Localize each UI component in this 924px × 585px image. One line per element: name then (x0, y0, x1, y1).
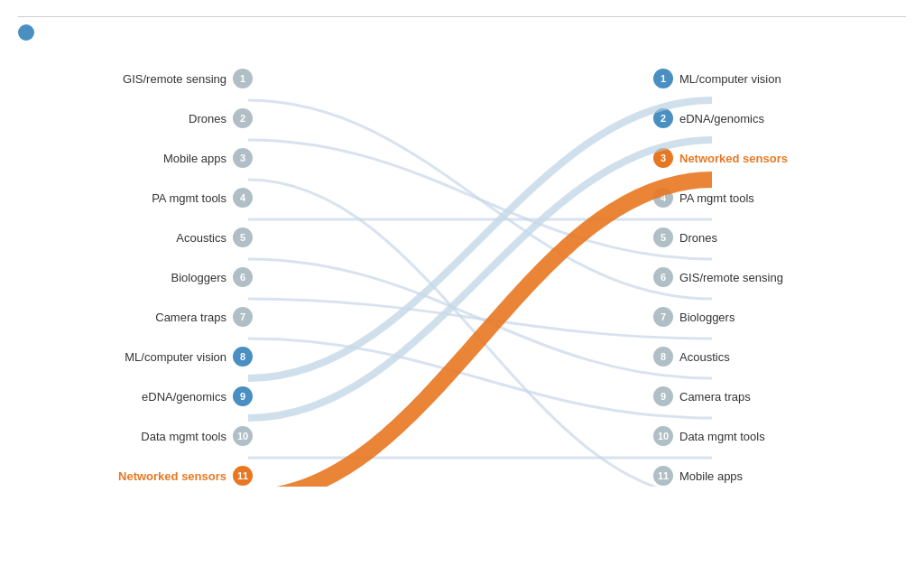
left-item-row: Mobile apps3 (18, 138, 253, 178)
right-item-row: 4PA mgmt tools (653, 178, 906, 218)
right-item-label: Drones (679, 231, 717, 245)
right-item-row: 8Acoustics (653, 337, 906, 376)
right-item-row: 6GIS/remote sensing (653, 257, 906, 297)
right-item-row: 7Biologgers (653, 297, 906, 337)
left-item-label: GIS/remote sensing (123, 72, 226, 86)
right-item-badge: 1 (653, 69, 673, 88)
chart-title (18, 11, 906, 17)
right-item-label: Data mgmt tools (679, 430, 765, 443)
left-item-label: Mobile apps (163, 152, 226, 165)
curves-svg (248, 50, 712, 487)
right-item-row: 10Data mgmt tools (653, 416, 906, 456)
right-item-label: PA mgmt tools (679, 191, 754, 205)
right-item-label: Biologgers (679, 311, 735, 324)
left-item-badge: 3 (233, 148, 253, 168)
legend-dot (18, 24, 34, 41)
left-item-badge: 10 (233, 426, 253, 446)
right-item-label: Mobile apps (679, 469, 743, 483)
left-item-label: Networked sensors (118, 469, 226, 483)
right-item-row: 11Mobile apps (653, 456, 906, 496)
legend (18, 24, 906, 41)
left-item-label: Data mgmt tools (141, 430, 226, 443)
right-item-badge: 11 (653, 466, 673, 486)
right-item-label: GIS/remote sensing (679, 271, 783, 284)
right-item-row: 2eDNA/genomics (653, 98, 906, 138)
left-item-row: GIS/remote sensing1 (18, 59, 253, 98)
left-item-row: Networked sensors11 (18, 456, 253, 496)
curve-path (248, 140, 712, 259)
curve-path (248, 180, 712, 487)
right-item-label: ML/computer vision (679, 72, 781, 86)
left-item-label: ML/computer vision (125, 350, 226, 364)
right-item-label: eDNA/genomics (679, 112, 764, 125)
left-item-badge: 8 (233, 347, 253, 367)
left-item-badge: 7 (233, 307, 253, 327)
right-item-row: 9Camera traps (653, 376, 906, 416)
left-item-badge: 6 (233, 267, 253, 287)
right-item-badge: 9 (653, 386, 673, 406)
right-item-label: Camera traps (679, 390, 751, 404)
left-item-row: Biologgers6 (18, 257, 253, 297)
curve-path (248, 299, 712, 339)
right-item-badge: 4 (653, 188, 673, 208)
left-item-row: PA mgmt tools4 (18, 178, 253, 218)
left-item-label: PA mgmt tools (152, 191, 226, 205)
left-item-label: eDNA/genomics (142, 390, 226, 404)
curve-path (248, 100, 712, 378)
chart-container: GIS/remote sensing1Drones2Mobile apps3PA… (0, 0, 924, 585)
left-item-row: Camera traps7 (18, 297, 253, 337)
right-item-badge: 7 (653, 307, 673, 327)
curve-path (248, 140, 712, 418)
left-item-label: Biologgers (171, 271, 226, 284)
left-column: GIS/remote sensing1Drones2Mobile apps3PA… (18, 50, 253, 487)
curve-path (248, 339, 712, 418)
left-item-row: eDNA/genomics9 (18, 376, 253, 416)
left-item-label: Drones (189, 112, 226, 125)
right-column: 1ML/computer vision2eDNA/genomics3Networ… (653, 50, 906, 487)
left-item-row: Acoustics5 (18, 218, 253, 257)
right-item-badge: 5 (653, 228, 673, 247)
left-item-badge: 2 (233, 108, 253, 128)
left-items-list: GIS/remote sensing1Drones2Mobile apps3PA… (18, 59, 253, 496)
left-item-badge: 5 (233, 228, 253, 247)
left-item-label: Acoustics (176, 231, 226, 245)
left-item-badge: 4 (233, 188, 253, 208)
right-item-badge: 3 (653, 148, 673, 168)
right-item-badge: 6 (653, 267, 673, 287)
left-item-badge: 1 (233, 69, 253, 88)
right-item-row: 1ML/computer vision (653, 59, 906, 98)
right-item-row: 3Networked sensors (653, 138, 906, 178)
left-item-row: Data mgmt tools10 (18, 416, 253, 456)
right-item-label: Networked sensors (679, 152, 788, 165)
right-item-row: 5Drones (653, 218, 906, 257)
right-item-badge: 10 (653, 426, 673, 446)
left-item-badge: 9 (233, 386, 253, 406)
left-item-row: Drones2 (18, 98, 253, 138)
left-item-row: ML/computer vision8 (18, 337, 253, 376)
curve-path (248, 180, 712, 487)
left-item-label: Camera traps (155, 311, 226, 324)
right-item-label: Acoustics (679, 350, 730, 364)
right-items-list: 1ML/computer vision2eDNA/genomics3Networ… (653, 59, 906, 496)
right-item-badge: 8 (653, 347, 673, 367)
curve-path (248, 259, 712, 378)
curve-path (248, 100, 712, 299)
right-item-badge: 2 (653, 108, 673, 128)
left-item-badge: 11 (233, 466, 253, 486)
